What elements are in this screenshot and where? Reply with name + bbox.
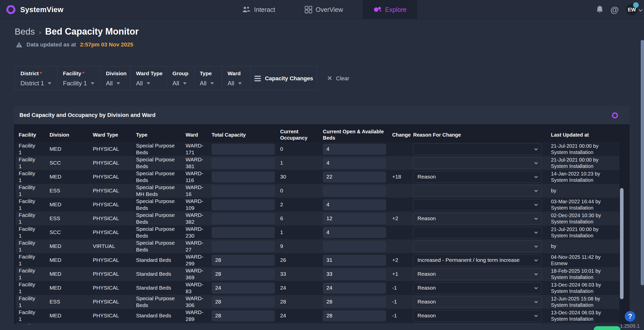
reason-select[interactable]	[413, 185, 542, 197]
filter-label: Division	[106, 70, 130, 77]
tab-overview[interactable]: OverView	[298, 0, 350, 19]
cell-reason: Reason	[410, 309, 548, 323]
filter-value-dropdown[interactable]: District 1	[20, 80, 57, 87]
open-available-input[interactable]: 4	[323, 158, 386, 169]
capacity-changes-button[interactable]: Capacity Changes	[251, 66, 317, 90]
cell-division: SCC	[47, 156, 90, 170]
tab-explore[interactable]: Explore	[363, 0, 417, 19]
notifications-button[interactable]	[596, 0, 604, 19]
table-scrollbar-thumb[interactable]	[620, 188, 624, 299]
reason-select[interactable]	[413, 227, 542, 238]
cell-open-available: 12	[320, 212, 389, 225]
column-header: Total Capacity	[209, 128, 277, 142]
open-available-input[interactable]: 4	[323, 227, 386, 238]
table-row: Facility 1MEDPHYSICALSpecial Purpose Bed…	[16, 170, 619, 184]
table-row: Facility 1MEDVIRTUALSpecial Purpose Beds…	[16, 239, 619, 253]
cell-type: Special Purpose Beds	[133, 156, 183, 170]
open-available-input[interactable]: 28	[323, 310, 386, 321]
cell-current-occupancy: 9	[277, 239, 320, 253]
open-available-input[interactable]: 12	[323, 213, 386, 224]
reason-select[interactable]: Reason	[413, 268, 542, 280]
open-available-input[interactable]: 4	[323, 144, 386, 155]
reason-select[interactable]: Reason	[413, 282, 542, 294]
clear-filters-button[interactable]: ✕ Clear	[327, 66, 349, 91]
reason-select[interactable]: Increased - Permanent / long term increa…	[413, 255, 542, 266]
cell-ward: WARD-16	[183, 184, 209, 198]
total-capacity-input[interactable]	[212, 241, 275, 252]
page-scrollbar-thumb[interactable]	[641, 40, 644, 285]
facility-text: Facility 1	[19, 198, 39, 211]
filter-ward: WardAll	[222, 66, 251, 90]
reason-select[interactable]: Reason	[413, 171, 542, 183]
open-available-input[interactable]: 28	[323, 296, 386, 308]
chevron-down-icon	[534, 174, 538, 178]
open-available-input[interactable]	[323, 241, 386, 252]
total-capacity-input[interactable]	[212, 171, 275, 183]
reason-value: Reason	[417, 298, 436, 305]
tab-interact[interactable]: Interact	[235, 0, 282, 19]
panel-header: Bed Capacity and Occupancy by Division a…	[14, 106, 630, 124]
filter-district: District*District 1	[15, 66, 57, 90]
cell-total-capacity	[209, 184, 277, 198]
total-capacity-input[interactable]: 24	[212, 283, 275, 294]
filter-value-dropdown[interactable]: All	[172, 80, 194, 87]
cell-total-capacity	[209, 323, 277, 324]
cell-division: MED	[47, 309, 90, 323]
cell-type: Special Purpose Beds	[133, 295, 183, 309]
facility-text: Facility 1	[19, 212, 39, 225]
open-available-input[interactable]: 24	[323, 283, 386, 294]
cell-open-available: 4	[320, 156, 389, 170]
reason-select[interactable]	[413, 199, 542, 211]
reason-select[interactable]	[413, 241, 542, 252]
cell-ward: WARD-27	[183, 239, 209, 253]
reason-select[interactable]: Reason	[413, 213, 542, 224]
reason-select[interactable]: Reason	[413, 296, 542, 308]
open-available-input[interactable]: 31	[323, 255, 386, 266]
total-capacity-input[interactable]	[212, 185, 275, 196]
mentions-button[interactable]: @	[610, 0, 619, 19]
facility-text: Facility 1	[19, 295, 39, 309]
total-capacity-input[interactable]	[212, 324, 275, 325]
chevron-down-icon	[534, 244, 538, 247]
reason-select[interactable]	[413, 324, 542, 325]
reason-select[interactable]: Reason	[413, 310, 542, 322]
open-available-input[interactable]	[323, 324, 386, 325]
filter-value-dropdown[interactable]: All	[106, 80, 130, 87]
cell-reason	[410, 225, 548, 239]
open-available-input[interactable]	[323, 185, 386, 196]
help-button[interactable]: ?	[625, 311, 635, 322]
filter-value-dropdown[interactable]: All	[228, 80, 250, 87]
user-menu[interactable]: EW	[626, 0, 638, 19]
caret-down-icon	[91, 82, 94, 85]
cell-current-occupancy: 6	[277, 212, 320, 225]
people-icon	[242, 6, 251, 13]
total-capacity-input[interactable]	[212, 199, 275, 210]
reason-select[interactable]	[413, 157, 542, 169]
open-available-input[interactable]: 22	[323, 171, 386, 183]
total-capacity-input[interactable]: 28	[212, 269, 275, 280]
filter-value-dropdown[interactable]: All	[200, 80, 222, 87]
status-badge	[633, 2, 639, 8]
brand[interactable]: SystemView	[6, 0, 63, 19]
filter-value-dropdown[interactable]: All	[136, 80, 167, 87]
total-capacity-input[interactable]	[212, 144, 275, 155]
cell-ward-type: PHYSICAL	[90, 253, 133, 267]
total-capacity-input[interactable]: 28	[212, 310, 275, 321]
user-menu-caret[interactable]	[639, 0, 642, 19]
cell-change	[389, 323, 410, 324]
open-available-input[interactable]: 33	[323, 269, 386, 280]
filter-selected-value: District 1	[20, 80, 44, 87]
cell-current-occupancy: 24	[277, 281, 320, 295]
breadcrumb-section[interactable]: Beds	[15, 27, 35, 37]
total-capacity-input[interactable]: 28	[212, 255, 275, 266]
total-capacity-input[interactable]: 28	[212, 296, 275, 308]
open-available-input[interactable]: 4	[323, 199, 386, 210]
cell-current-occupancy: 0	[277, 184, 320, 198]
column-header: Type	[133, 128, 183, 142]
filter-value-dropdown[interactable]: Facility 1	[63, 80, 100, 87]
total-capacity-input[interactable]	[212, 213, 275, 224]
total-capacity-input[interactable]	[212, 158, 275, 169]
chat-launcher-button[interactable]	[594, 326, 620, 330]
reason-select[interactable]	[413, 143, 542, 155]
total-capacity-input[interactable]	[212, 227, 275, 238]
